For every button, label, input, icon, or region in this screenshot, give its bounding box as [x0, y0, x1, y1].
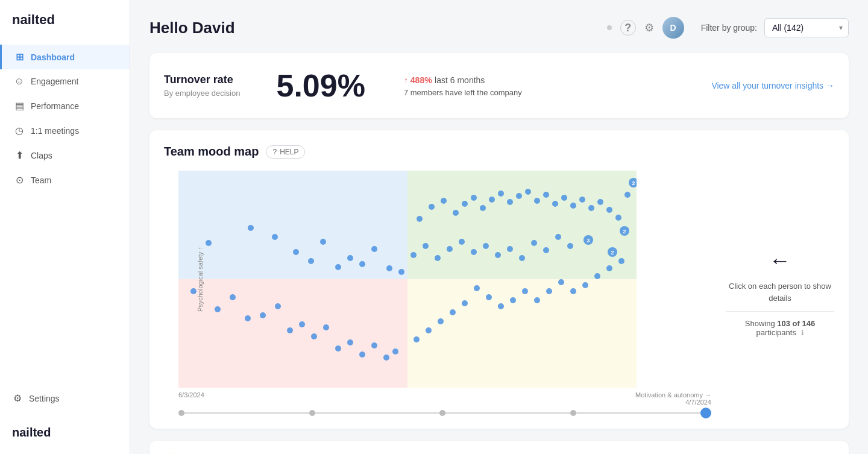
- arrow-left-icon: ←: [769, 248, 791, 273]
- header-right: ? ⚙ D Filter by group: All (142) Enginee…: [607, 17, 849, 39]
- turnover-members: 7 members have left the company: [404, 88, 522, 97]
- svg-point-34: [588, 205, 594, 211]
- chart-sidebar: ← Click on each person to show details S…: [726, 171, 834, 414]
- sidebar-item-claps[interactable]: ⬆ Claps: [0, 143, 130, 168]
- y-axis-label: Psychological safety ↑: [197, 247, 204, 312]
- svg-point-81: [462, 300, 468, 306]
- svg-point-5: [248, 225, 254, 231]
- slider-dot-1: [178, 410, 184, 416]
- svg-point-12: [359, 261, 365, 267]
- sidebar-item-dashboard[interactable]: ⊞ Dashboard: [0, 45, 130, 69]
- engagement-card: ⚡ Engagement in Nailted: [149, 441, 849, 454]
- svg-point-59: [555, 234, 561, 240]
- svg-point-11: [347, 255, 353, 261]
- turnover-change-pct: ↑ 488%: [404, 75, 432, 85]
- svg-point-18: [441, 198, 447, 204]
- group-filter-wrapper: All (142) Engineering Marketing Sales De…: [764, 18, 849, 37]
- svg-rect-1: [407, 171, 637, 279]
- svg-point-71: [335, 345, 341, 352]
- dashboard-label: Dashboard: [31, 52, 75, 62]
- engagement-icon: ☺: [14, 76, 25, 87]
- svg-point-32: [570, 203, 576, 209]
- svg-point-75: [383, 355, 389, 361]
- svg-point-15: [398, 269, 404, 275]
- mood-map-card: Team mood map ? HELP Psychological safet…: [149, 130, 849, 429]
- claps-icon: ⬆: [14, 150, 25, 161]
- svg-point-31: [561, 195, 567, 201]
- svg-point-35: [597, 199, 603, 205]
- chart-container: Psychological safety ↑: [164, 171, 711, 414]
- svg-point-29: [543, 192, 549, 198]
- svg-point-60: [567, 243, 573, 249]
- svg-point-13: [371, 246, 377, 252]
- svg-point-84: [498, 303, 504, 309]
- user-avatar[interactable]: D: [662, 17, 684, 39]
- sidebar-item-meetings[interactable]: ◷ 1:1 meetings: [0, 118, 130, 143]
- group-filter-select[interactable]: All (142) Engineering Marketing Sales De…: [764, 18, 849, 37]
- svg-point-76: [392, 348, 398, 355]
- logo-container: nailted: [0, 0, 130, 45]
- team-icon: ⊙: [14, 174, 25, 186]
- x-axis-labels: 6/3/2024 Motivation & autonomy → 4/7/202…: [178, 391, 711, 406]
- page-header: Hello David ? ⚙ D Filter by group: All (…: [149, 17, 849, 39]
- svg-point-57: [531, 240, 537, 246]
- mood-map-header: Team mood map ? HELP: [164, 145, 834, 159]
- app-logo: nailted: [12, 12, 55, 27]
- svg-point-20: [462, 201, 468, 207]
- nav-menu: ⊞ Dashboard ☺ Engagement ▤ Performance ◷…: [0, 45, 130, 192]
- chart-click-hint: Click on each person to show details: [726, 280, 834, 304]
- svg-text:3: 3: [587, 238, 590, 244]
- sidebar: nailted ⊞ Dashboard ☺ Engagement ▤ Perfo…: [0, 0, 130, 454]
- slider-dot-3: [439, 410, 445, 416]
- svg-rect-0: [178, 171, 407, 279]
- svg-point-63: [230, 294, 236, 300]
- scatter-plot[interactable]: 2 2 3 2: [178, 171, 637, 388]
- dashboard-icon: ⊞: [14, 51, 25, 63]
- svg-point-78: [426, 327, 432, 333]
- svg-text:2: 2: [623, 229, 626, 235]
- svg-point-36: [606, 207, 612, 213]
- settings-header-icon[interactable]: ⚙: [644, 21, 654, 34]
- team-label: Team: [31, 175, 51, 185]
- sidebar-item-performance[interactable]: ▤ Performance: [0, 93, 130, 118]
- svg-point-47: [410, 252, 417, 258]
- svg-point-49: [435, 255, 441, 261]
- performance-label: Performance: [31, 101, 79, 111]
- turnover-title: Turnover rate: [164, 74, 240, 86]
- svg-point-14: [386, 265, 392, 271]
- timeline-slider[interactable]: [178, 412, 711, 414]
- settings-icon: ⚙: [12, 393, 23, 404]
- sidebar-item-engagement[interactable]: ☺ Engagement: [0, 69, 130, 93]
- main-content: Hello David ? ⚙ D Filter by group: All (…: [130, 0, 868, 454]
- info-icon[interactable]: ℹ: [801, 329, 804, 337]
- svg-point-17: [429, 204, 435, 210]
- turnover-link[interactable]: View all your turnover insights →: [711, 81, 834, 90]
- help-button[interactable]: ? HELP: [266, 145, 305, 159]
- svg-point-8: [308, 258, 314, 264]
- svg-point-37: [615, 215, 621, 221]
- svg-point-58: [543, 247, 549, 253]
- svg-point-94: [618, 258, 624, 264]
- svg-point-24: [498, 191, 504, 197]
- svg-point-28: [534, 198, 540, 204]
- chart-divider: [726, 311, 834, 312]
- sidebar-item-team[interactable]: ⊙ Team: [0, 168, 130, 192]
- svg-point-65: [260, 312, 266, 318]
- svg-point-53: [483, 243, 489, 249]
- turnover-stats: ↑ 488% last 6 months 7 members have left…: [404, 75, 522, 97]
- svg-point-33: [579, 197, 585, 203]
- slider-dot-4: [570, 410, 576, 416]
- settings-nav-item[interactable]: ⚙ Settings: [0, 380, 130, 416]
- turnover-change: ↑ 488% last 6 months: [404, 75, 522, 86]
- svg-point-67: [287, 327, 293, 333]
- svg-point-10: [335, 264, 341, 270]
- svg-point-27: [525, 189, 531, 195]
- svg-point-26: [516, 193, 522, 199]
- svg-point-90: [570, 288, 576, 294]
- svg-point-91: [582, 282, 588, 288]
- svg-point-69: [311, 333, 317, 339]
- turnover-subtitle: By employee decision: [164, 89, 240, 98]
- help-icon[interactable]: ?: [620, 20, 636, 36]
- svg-point-68: [299, 321, 305, 327]
- svg-point-83: [486, 294, 492, 300]
